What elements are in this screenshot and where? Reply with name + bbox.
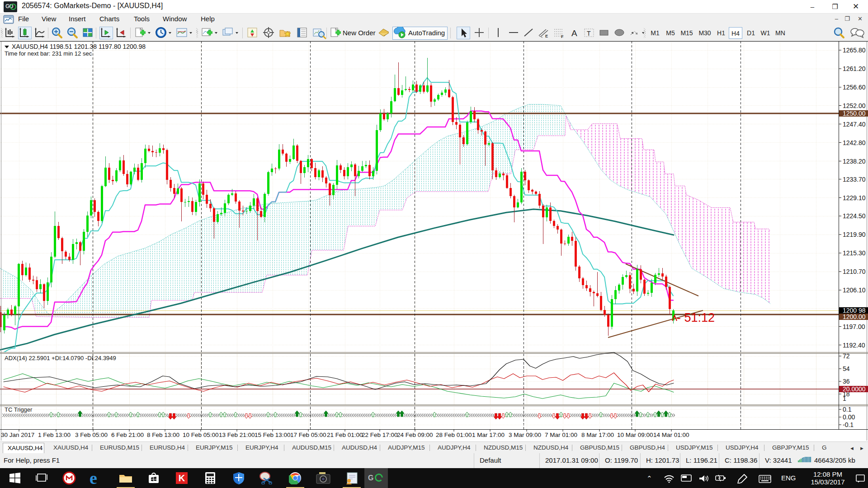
svg-text:28 Feb 01:00: 28 Feb 01:00 bbox=[436, 432, 472, 438]
svg-text:T: T bbox=[587, 30, 591, 37]
svg-text:6 Feb 21:00: 6 Feb 21:00 bbox=[111, 432, 144, 438]
svg-text:1219.90: 1219.90 bbox=[843, 231, 866, 238]
svg-text:10 Feb 05:00: 10 Feb 05:00 bbox=[183, 432, 219, 438]
svg-text:30 Jan 2017: 30 Jan 2017 bbox=[1, 432, 34, 438]
svg-text:1200.00: 1200.00 bbox=[843, 313, 866, 320]
svg-text:1261.20: 1261.20 bbox=[843, 65, 866, 72]
svg-text:21 Feb 01:00: 21 Feb 01:00 bbox=[327, 432, 363, 438]
svg-text:15 Feb 13:00: 15 Feb 13:00 bbox=[255, 432, 291, 438]
svg-text:1242.80: 1242.80 bbox=[843, 139, 866, 146]
svg-text:1256.60: 1256.60 bbox=[843, 84, 866, 91]
svg-text:1265.80: 1265.80 bbox=[843, 47, 866, 54]
svg-text:1233.70: 1233.70 bbox=[843, 176, 866, 183]
svg-text:A: A bbox=[571, 28, 577, 38]
svg-text:Time for next bar: 231 min 12: Time for next bar: 231 min 12 sec bbox=[5, 50, 92, 57]
svg-text:-0.1: -0.1 bbox=[843, 421, 854, 428]
svg-text:1252.00: 1252.00 bbox=[843, 102, 866, 109]
svg-text:13 Feb 21:00: 13 Feb 21:00 bbox=[219, 432, 255, 438]
svg-text:ADX(14) 22.5901 +DI:14.0790 -D: ADX(14) 22.5901 +DI:14.0790 -DI:24.3949 bbox=[5, 355, 116, 361]
svg-text:F: F bbox=[561, 34, 564, 39]
svg-text:TC Trigger: TC Trigger bbox=[5, 406, 33, 413]
svg-text:1206.10: 1206.10 bbox=[843, 286, 866, 294]
svg-text:1192.40: 1192.40 bbox=[843, 342, 865, 349]
svg-text:1250.00: 1250.00 bbox=[843, 110, 866, 117]
svg-text:3 Mar 09:00: 3 Mar 09:00 bbox=[509, 432, 541, 438]
svg-text:0.1: 0.1 bbox=[843, 406, 852, 413]
svg-text:1 Mar 17:00: 1 Mar 17:00 bbox=[472, 432, 505, 438]
svg-text:1 Feb 13:00: 1 Feb 13:00 bbox=[38, 432, 71, 438]
svg-text:1247.40: 1247.40 bbox=[843, 121, 866, 128]
svg-text:1238.20: 1238.20 bbox=[843, 158, 866, 165]
svg-text:7 Mar 01:00: 7 Mar 01:00 bbox=[545, 432, 577, 438]
svg-text:36: 36 bbox=[843, 378, 850, 385]
svg-text:1224.50: 1224.50 bbox=[843, 212, 866, 220]
svg-text:1210.70: 1210.70 bbox=[843, 268, 866, 275]
svg-text:E: E bbox=[545, 34, 548, 38]
svg-text:14 Mar 01:00: 14 Mar 01:00 bbox=[653, 432, 689, 438]
svg-text:8 Mar 17:00: 8 Mar 17:00 bbox=[581, 432, 614, 438]
svg-text:1197.00: 1197.00 bbox=[843, 323, 865, 330]
svg-text:72: 72 bbox=[843, 352, 850, 360]
svg-text:54: 54 bbox=[843, 365, 850, 372]
svg-text:22 Feb 17:00: 22 Feb 17:00 bbox=[362, 432, 398, 438]
svg-text:10 Mar 09:00: 10 Mar 09:00 bbox=[617, 432, 653, 438]
svg-text:20.0000: 20.0000 bbox=[843, 385, 866, 393]
svg-text:1229.10: 1229.10 bbox=[843, 194, 866, 202]
svg-text:- 51:12: - 51:12 bbox=[677, 311, 715, 324]
svg-text:0.00: 0.00 bbox=[843, 413, 855, 421]
svg-text:17 Feb 05:00: 17 Feb 05:00 bbox=[290, 432, 326, 438]
svg-text:1: 1 bbox=[843, 395, 846, 402]
svg-text:8 Feb 13:00: 8 Feb 13:00 bbox=[147, 432, 179, 438]
svg-text:1215.30: 1215.30 bbox=[843, 249, 866, 257]
svg-text:XAUUSD,H4 1198.51 1201.38 119: XAUUSD,H4 1198.51 1201.38 1197.80 1200.9… bbox=[12, 43, 146, 50]
svg-text:24 Feb 09:00: 24 Feb 09:00 bbox=[397, 432, 433, 438]
svg-text:3 Feb 05:00: 3 Feb 05:00 bbox=[75, 432, 108, 438]
